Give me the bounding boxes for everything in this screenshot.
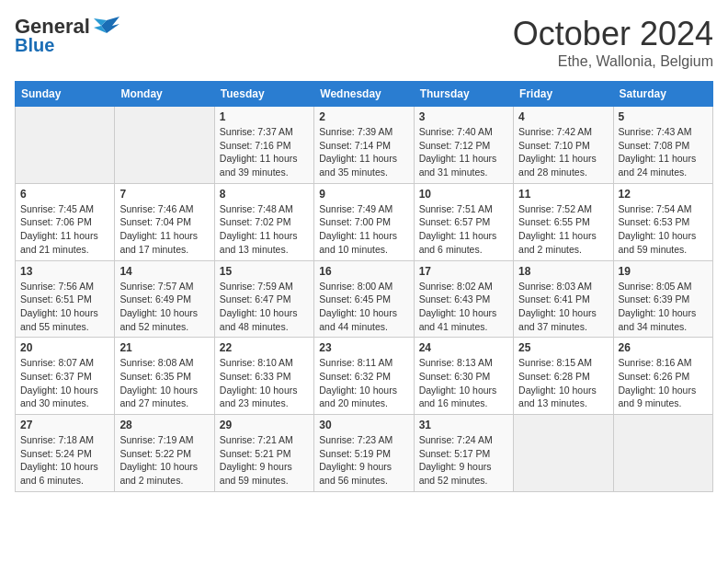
day-number: 21 xyxy=(119,341,209,354)
calendar-cell: 13Sunrise: 7:56 AMSunset: 6:51 PMDayligh… xyxy=(16,260,115,338)
day-number: 14 xyxy=(119,265,209,278)
day-number: 11 xyxy=(518,188,608,201)
day-number: 6 xyxy=(20,188,109,201)
calendar-cell: 18Sunrise: 8:03 AMSunset: 6:41 PMDayligh… xyxy=(514,260,613,338)
column-header-thursday: Thursday xyxy=(414,82,513,107)
day-info: Sunrise: 7:56 AMSunset: 6:51 PMDaylight:… xyxy=(20,280,109,334)
calendar-cell: 14Sunrise: 7:57 AMSunset: 6:49 PMDayligh… xyxy=(115,260,214,338)
day-info: Sunrise: 8:02 AMSunset: 6:43 PMDaylight:… xyxy=(419,280,508,334)
calendar-cell: 11Sunrise: 7:52 AMSunset: 6:55 PMDayligh… xyxy=(514,183,613,260)
day-number: 4 xyxy=(518,110,608,123)
calendar-week-row: 6Sunrise: 7:45 AMSunset: 7:06 PMDaylight… xyxy=(16,183,713,260)
calendar-cell: 7Sunrise: 7:46 AMSunset: 7:04 PMDaylight… xyxy=(115,183,214,260)
day-info: Sunrise: 8:07 AMSunset: 6:37 PMDaylight:… xyxy=(20,356,109,410)
day-info: Sunrise: 8:10 AMSunset: 6:33 PMDaylight:… xyxy=(220,356,309,410)
day-info: Sunrise: 8:11 AMSunset: 6:32 PMDaylight:… xyxy=(319,356,408,410)
page-header: General Blue October 2024 Ethe, Wallonia… xyxy=(15,15,713,70)
calendar-cell xyxy=(115,107,214,184)
day-number: 12 xyxy=(619,188,708,201)
day-info: Sunrise: 8:08 AMSunset: 6:35 PMDaylight:… xyxy=(119,356,209,410)
logo-blue-text: Blue xyxy=(15,35,54,56)
calendar-table: SundayMondayTuesdayWednesdayThursdayFrid… xyxy=(15,81,713,492)
day-info: Sunrise: 7:45 AMSunset: 7:06 PMDaylight:… xyxy=(20,202,109,257)
day-info: Sunrise: 7:49 AMSunset: 7:00 PMDaylight:… xyxy=(319,202,408,257)
calendar-cell: 30Sunrise: 7:23 AMSunset: 5:19 PMDayligh… xyxy=(314,415,414,492)
calendar-cell: 23Sunrise: 8:11 AMSunset: 6:32 PMDayligh… xyxy=(314,338,414,415)
day-info: Sunrise: 8:16 AMSunset: 6:26 PMDaylight:… xyxy=(619,356,708,410)
calendar-cell: 1Sunrise: 7:37 AMSunset: 7:16 PMDaylight… xyxy=(214,107,313,184)
calendar-week-row: 13Sunrise: 7:56 AMSunset: 6:51 PMDayligh… xyxy=(16,260,713,338)
calendar-title: October 2024 xyxy=(513,15,713,53)
day-info: Sunrise: 7:24 AMSunset: 5:17 PMDaylight:… xyxy=(419,433,508,488)
calendar-cell: 22Sunrise: 8:10 AMSunset: 6:33 PMDayligh… xyxy=(214,338,313,415)
day-info: Sunrise: 7:52 AMSunset: 6:55 PMDaylight:… xyxy=(518,202,608,257)
day-info: Sunrise: 7:59 AMSunset: 6:47 PMDaylight:… xyxy=(220,280,309,334)
calendar-cell: 10Sunrise: 7:51 AMSunset: 6:57 PMDayligh… xyxy=(414,183,513,260)
column-header-friday: Friday xyxy=(514,82,613,107)
day-info: Sunrise: 7:18 AMSunset: 5:24 PMDaylight:… xyxy=(20,433,109,488)
calendar-cell: 31Sunrise: 7:24 AMSunset: 5:17 PMDayligh… xyxy=(414,415,513,492)
day-info: Sunrise: 8:03 AMSunset: 6:41 PMDaylight:… xyxy=(518,280,608,334)
day-info: Sunrise: 7:19 AMSunset: 5:22 PMDaylight:… xyxy=(119,433,209,488)
calendar-cell: 17Sunrise: 8:02 AMSunset: 6:43 PMDayligh… xyxy=(414,260,513,338)
calendar-cell: 5Sunrise: 7:43 AMSunset: 7:08 PMDaylight… xyxy=(613,107,712,184)
calendar-cell: 8Sunrise: 7:48 AMSunset: 7:02 PMDaylight… xyxy=(214,183,313,260)
day-number: 28 xyxy=(119,419,209,431)
day-number: 25 xyxy=(518,341,608,354)
day-info: Sunrise: 7:21 AMSunset: 5:21 PMDaylight:… xyxy=(220,433,309,488)
title-block: October 2024 Ethe, Wallonia, Belgium xyxy=(513,15,713,70)
calendar-cell: 3Sunrise: 7:40 AMSunset: 7:12 PMDaylight… xyxy=(414,107,513,184)
calendar-cell xyxy=(16,107,115,184)
calendar-week-row: 20Sunrise: 8:07 AMSunset: 6:37 PMDayligh… xyxy=(16,338,713,415)
day-number: 30 xyxy=(319,419,408,431)
day-number: 3 xyxy=(419,110,508,123)
day-number: 24 xyxy=(419,341,508,354)
logo-bird-icon xyxy=(94,17,119,37)
day-number: 10 xyxy=(419,188,508,201)
day-number: 16 xyxy=(319,265,408,278)
calendar-cell: 27Sunrise: 7:18 AMSunset: 5:24 PMDayligh… xyxy=(16,415,115,492)
calendar-cell: 28Sunrise: 7:19 AMSunset: 5:22 PMDayligh… xyxy=(115,415,214,492)
day-info: Sunrise: 7:40 AMSunset: 7:12 PMDaylight:… xyxy=(419,125,508,179)
day-number: 1 xyxy=(220,110,309,123)
day-info: Sunrise: 8:13 AMSunset: 6:30 PMDaylight:… xyxy=(419,356,508,410)
column-header-monday: Monday xyxy=(115,82,214,107)
day-info: Sunrise: 7:51 AMSunset: 6:57 PMDaylight:… xyxy=(419,202,508,257)
day-number: 29 xyxy=(220,419,309,431)
logo: General Blue xyxy=(15,15,119,56)
calendar-cell: 12Sunrise: 7:54 AMSunset: 6:53 PMDayligh… xyxy=(613,183,712,260)
column-header-tuesday: Tuesday xyxy=(214,82,313,107)
calendar-cell xyxy=(514,415,613,492)
day-number: 18 xyxy=(518,265,608,278)
day-number: 26 xyxy=(619,341,708,354)
day-number: 17 xyxy=(419,265,508,278)
calendar-cell: 21Sunrise: 8:08 AMSunset: 6:35 PMDayligh… xyxy=(115,338,214,415)
day-number: 19 xyxy=(619,265,708,278)
day-info: Sunrise: 7:54 AMSunset: 6:53 PMDaylight:… xyxy=(619,202,708,257)
calendar-cell: 6Sunrise: 7:45 AMSunset: 7:06 PMDaylight… xyxy=(16,183,115,260)
calendar-cell: 9Sunrise: 7:49 AMSunset: 7:00 PMDaylight… xyxy=(314,183,414,260)
calendar-cell: 15Sunrise: 7:59 AMSunset: 6:47 PMDayligh… xyxy=(214,260,313,338)
day-info: Sunrise: 8:00 AMSunset: 6:45 PMDaylight:… xyxy=(319,280,408,334)
calendar-cell: 20Sunrise: 8:07 AMSunset: 6:37 PMDayligh… xyxy=(16,338,115,415)
day-number: 27 xyxy=(20,419,109,431)
day-number: 23 xyxy=(319,341,408,354)
day-number: 31 xyxy=(419,419,508,431)
column-header-saturday: Saturday xyxy=(613,82,712,107)
day-number: 8 xyxy=(220,188,309,201)
column-header-wednesday: Wednesday xyxy=(314,82,414,107)
calendar-cell: 24Sunrise: 8:13 AMSunset: 6:30 PMDayligh… xyxy=(414,338,513,415)
calendar-cell: 25Sunrise: 8:15 AMSunset: 6:28 PMDayligh… xyxy=(514,338,613,415)
calendar-week-row: 27Sunrise: 7:18 AMSunset: 5:24 PMDayligh… xyxy=(16,415,713,492)
day-number: 5 xyxy=(619,110,708,123)
day-info: Sunrise: 7:57 AMSunset: 6:49 PMDaylight:… xyxy=(119,280,209,334)
calendar-cell: 19Sunrise: 8:05 AMSunset: 6:39 PMDayligh… xyxy=(613,260,712,338)
day-number: 13 xyxy=(20,265,109,278)
day-info: Sunrise: 8:15 AMSunset: 6:28 PMDaylight:… xyxy=(518,356,608,410)
day-info: Sunrise: 8:05 AMSunset: 6:39 PMDaylight:… xyxy=(619,280,708,334)
calendar-cell: 29Sunrise: 7:21 AMSunset: 5:21 PMDayligh… xyxy=(214,415,313,492)
day-info: Sunrise: 7:23 AMSunset: 5:19 PMDaylight:… xyxy=(319,433,408,488)
day-info: Sunrise: 7:43 AMSunset: 7:08 PMDaylight:… xyxy=(619,125,708,179)
day-number: 9 xyxy=(319,188,408,201)
day-info: Sunrise: 7:39 AMSunset: 7:14 PMDaylight:… xyxy=(319,125,408,179)
